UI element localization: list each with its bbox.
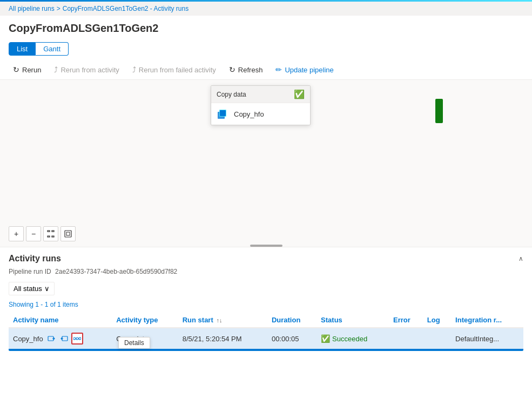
pipeline-run-id-value: 2ae24393-7347-4beb-ae0b-65d9590d7f82 <box>55 268 177 275</box>
col-duration: Duration <box>267 313 316 328</box>
svg-rect-6 <box>52 236 54 237</box>
cell-log <box>423 328 451 349</box>
rerun-from-failed-icon: ⤴ <box>132 65 136 74</box>
cell-duration: 00:00:05 <box>267 328 316 349</box>
canvas-toolbar: + − <box>9 226 76 241</box>
scroll-indicator <box>250 245 282 247</box>
list-view-button[interactable]: List <box>9 42 36 56</box>
activity-popup-header: Copy data ✅ <box>211 86 310 103</box>
showing-count: Showing 1 - 1 of 1 items <box>0 300 532 313</box>
update-pipeline-label: Update pipeline <box>285 66 333 74</box>
col-status: Status <box>316 313 389 328</box>
rerun-from-failed-label: Rerun from failed activity <box>139 66 216 74</box>
breadcrumb-separator: > <box>57 5 60 12</box>
zoom-in-button[interactable]: + <box>9 226 24 241</box>
refresh-label: Refresh <box>238 66 263 74</box>
filter-label: All status <box>14 285 42 293</box>
activity-item-label: Copy_hfo <box>234 110 264 118</box>
section-title: Activity runs <box>9 254 61 264</box>
refresh-button[interactable]: ↻ Refresh <box>225 63 267 76</box>
activity-runs-table: Activity name Activity type Run start ↑↓… <box>9 313 523 349</box>
status-text: Succeeded <box>332 335 367 343</box>
rerun-from-failed-button[interactable]: ⤴ Rerun from failed activity <box>128 63 220 76</box>
gantt-view-button[interactable]: Gantt <box>36 42 69 56</box>
rerun-from-activity-button[interactable]: ⤴ Rerun from activity <box>50 63 123 76</box>
status-success: ✅ Succeeded <box>321 334 385 343</box>
top-bar: All pipeline runs > CopyFromADLSGen1ToGe… <box>0 0 532 80</box>
status-filter-button[interactable]: All status ∨ <box>9 282 55 295</box>
col-activity-type: Activity type <box>112 313 178 328</box>
input-icon[interactable] <box>45 333 57 345</box>
svg-rect-2 <box>220 110 226 116</box>
cell-activity-name: Copy_hfo <box>9 328 112 349</box>
table-header-row: Activity name Activity type Run start ↑↓… <box>9 313 523 328</box>
cell-error <box>389 328 423 349</box>
success-check-icon: ✅ <box>321 334 330 343</box>
output-icon[interactable] <box>58 333 70 345</box>
col-activity-name: Activity name <box>9 313 112 328</box>
rerun-label: Rerun <box>22 66 41 74</box>
breadcrumb: All pipeline runs > CopyFromADLSGen1ToGe… <box>0 2 532 16</box>
col-run-start: Run start ↑↓ <box>178 313 267 328</box>
toolbar: ↻ Rerun ⤴ Rerun from activity ⤴ Rerun fr… <box>0 60 532 80</box>
filter-bar: All status ∨ <box>0 280 532 300</box>
cell-status: ✅ Succeeded <box>316 328 389 349</box>
cell-run-start: 8/5/21, 5:20:54 PM <box>178 328 267 349</box>
svg-point-11 <box>76 337 78 340</box>
section-header: Activity runs ∧ <box>0 247 532 268</box>
green-status-bar <box>435 99 443 123</box>
refresh-icon: ↻ <box>229 65 235 74</box>
copy-data-icon <box>217 107 230 120</box>
breadcrumb-link[interactable]: All pipeline runs <box>9 5 55 12</box>
rerun-from-activity-label: Rerun from activity <box>60 66 119 74</box>
fit-to-screen-button[interactable] <box>43 226 58 241</box>
svg-rect-5 <box>48 236 50 237</box>
svg-point-12 <box>73 337 76 340</box>
filter-chevron-icon: ∨ <box>44 285 50 293</box>
details-tooltip: Details <box>118 337 150 349</box>
table-container: Activity name Activity type Run start ↑↓… <box>0 313 532 351</box>
activity-success-icon: ✅ <box>294 89 305 99</box>
activity-popup-item[interactable]: Copy_hfo <box>211 103 310 125</box>
pipeline-run-label: Pipeline run ID <box>9 268 51 275</box>
activity-popup-title: Copy data <box>217 91 246 98</box>
page-title: CopyFromADLSGen1ToGen2 <box>0 16 532 39</box>
breadcrumb-current: CopyFromADLSGen1ToGen2 - Activity runs <box>63 5 188 12</box>
view-toggle: List Gantt <box>0 39 532 60</box>
pipeline-run-id-row: Pipeline run ID 2ae24393-7347-4beb-ae0b-… <box>0 268 532 280</box>
row-progress-bar <box>9 349 523 351</box>
rerun-icon: ↻ <box>13 65 19 74</box>
svg-rect-7 <box>65 231 71 237</box>
update-pipeline-button[interactable]: ✏ Update pipeline <box>271 63 338 76</box>
rerun-button[interactable]: ↻ Rerun <box>9 63 45 76</box>
pencil-icon: ✏ <box>275 65 282 74</box>
run-start-sort-icon: ↑↓ <box>216 317 222 323</box>
svg-point-13 <box>79 337 81 340</box>
collapse-icon[interactable]: ∧ <box>518 255 523 262</box>
activity-name-text: Copy_hfo <box>13 335 43 343</box>
expand-button[interactable] <box>60 226 76 241</box>
activity-popup: Copy data ✅ Copy_hfo <box>211 85 311 125</box>
zoom-out-button[interactable]: − <box>26 226 41 241</box>
details-icon[interactable] <box>71 333 83 345</box>
col-error: Error <box>389 313 423 328</box>
rerun-from-activity-icon: ⤴ <box>54 65 58 74</box>
svg-rect-8 <box>66 232 70 235</box>
action-icons <box>45 333 83 345</box>
activity-runs-section: Activity runs ∧ Pipeline run ID 2ae24393… <box>0 247 532 351</box>
table-row[interactable]: Copy_hfo <box>9 328 523 349</box>
col-log: Log <box>423 313 451 328</box>
canvas-area[interactable]: Copy data ✅ Copy_hfo + − <box>0 80 532 247</box>
svg-rect-3 <box>48 231 50 232</box>
svg-rect-4 <box>52 231 54 232</box>
col-integration-runtime: Integration r... <box>451 313 523 328</box>
cell-integration-runtime: DefaultInteg... <box>451 328 523 349</box>
